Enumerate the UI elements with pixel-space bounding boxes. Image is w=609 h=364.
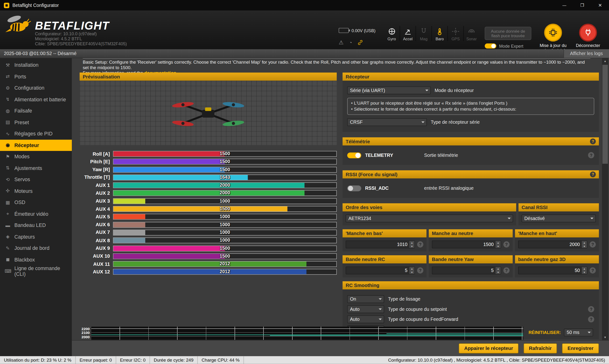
sidebar-item-cli[interactable]: ⌨Ligne de commande (CLI) — [0, 265, 72, 277]
help-icon[interactable] — [590, 267, 596, 273]
channel-meter: 1000 — [113, 214, 337, 220]
help-icon[interactable] — [417, 241, 423, 247]
firmware-update-button[interactable]: Mise à jour du micrologiciel — [536, 24, 570, 53]
sidebar-item-preset[interactable]: ▤Preset — [0, 117, 72, 128]
channel-bar-fill — [113, 167, 225, 172]
channel-bar-fill — [113, 183, 304, 188]
help-icon[interactable] — [590, 139, 596, 144]
graph-reset-button[interactable]: RÉINITIALISER: — [529, 330, 561, 335]
help-icon[interactable] — [503, 241, 510, 247]
help-icon[interactable] — [588, 316, 594, 322]
show-logs-button[interactable]: Afficher les logs — [563, 49, 609, 58]
sidebar-item-power-battery[interactable]: ↯Alimentation et batterie — [0, 94, 72, 105]
refresh-button[interactable]: Rafraîchir — [524, 343, 557, 353]
refresh-period-select[interactable]: 50 ms — [564, 329, 593, 337]
channel-meter: 2012 — [113, 261, 337, 267]
scroll-up-arrow[interactable] — [602, 58, 608, 64]
sidebar-item-servos[interactable]: ⟲Servos — [0, 174, 72, 185]
scroll-down-arrow[interactable] — [602, 334, 608, 340]
stepper-down[interactable] — [496, 270, 501, 274]
channel-meter: 2000 — [113, 182, 337, 188]
stepper — [496, 241, 501, 248]
rssi-panel: RSSI (Force du signal) RSSI_ADC entrée R… — [343, 170, 599, 198]
sidebar-item-pid-tuning[interactable]: ∿Réglages de PID — [0, 128, 72, 140]
sidebar-item-blackbox[interactable]: ◼Blackbox — [0, 254, 72, 265]
sidebar-item-configuration[interactable]: ⚙Configuration — [0, 82, 72, 94]
battery-block: 0.00V (USB) ⚠ ◔ — [339, 28, 381, 45]
sidebar-item-adjustments[interactable]: ⇅Ajustements — [0, 162, 72, 174]
stepper-down[interactable] — [409, 270, 414, 274]
stepper-up[interactable] — [582, 267, 587, 271]
deadband-rc-header: Bande neutre RC — [343, 255, 427, 263]
flash-data-button[interactable]: Aucune donnée de flash puce trouvée — [485, 27, 531, 40]
stick-high-input[interactable] — [518, 241, 587, 248]
serial-provider-select[interactable]: CRSF — [347, 118, 427, 126]
vertical-scrollbar[interactable] — [602, 58, 608, 340]
stepper-down[interactable] — [582, 244, 587, 248]
rssi-channel-select[interactable]: Désactivé — [522, 215, 596, 222]
stepper-down[interactable] — [496, 244, 501, 248]
sidebar-item-ports[interactable]: ⇄Ports — [0, 71, 72, 82]
disconnect-label: Déconnecter — [571, 43, 605, 48]
sidebar-item-osd[interactable]: ▦OSD — [0, 197, 72, 208]
sidebar-item-logbook[interactable]: ✎Journal de bord — [0, 242, 72, 254]
lifebuoy-icon: ◍ — [5, 108, 11, 114]
help-icon[interactable] — [590, 241, 596, 247]
sidebar-item-receiver[interactable]: ◉Récepteur — [0, 140, 72, 151]
stepper-up[interactable] — [582, 241, 587, 245]
expert-mode-toggle[interactable] — [485, 43, 496, 48]
bind-receiver-button[interactable]: Appairer le récepteur — [459, 343, 518, 353]
sidebar-item-installation[interactable]: ⚒Installation — [0, 59, 72, 71]
channel-meter: 2000 — [113, 190, 337, 196]
sidebar-item-led-strip[interactable]: ▬Bandeau LED — [0, 220, 72, 231]
help-icon[interactable] — [503, 267, 510, 273]
stepper-up[interactable] — [496, 241, 501, 245]
ports-icon: ⇄ — [5, 74, 11, 79]
stepper-down[interactable] — [582, 270, 587, 274]
stepper — [582, 267, 587, 274]
telemetry-panel-header: Télémétrie — [343, 137, 599, 145]
model-preview[interactable] — [80, 81, 337, 145]
stepper-up[interactable] — [496, 267, 501, 271]
close-button[interactable] — [591, 0, 609, 11]
stepper-up[interactable] — [409, 241, 414, 245]
help-icon[interactable] — [417, 267, 423, 273]
sensors-icon: ◈ — [5, 234, 11, 240]
stick-low-input[interactable] — [346, 241, 415, 248]
deadband-rc-input[interactable] — [346, 267, 415, 274]
smoothing-type-select[interactable]: On — [347, 295, 384, 303]
rssi-adc-toggle[interactable] — [347, 185, 361, 191]
status-bar: Utilisation du port: D: 23 % U: 2 % Erre… — [0, 356, 609, 364]
setpoint-cutoff-select[interactable]: Auto — [347, 305, 384, 313]
channel-row-aux10: AUX 101500 — [80, 253, 337, 259]
sidebar-item-sensors[interactable]: ◈Capteurs — [0, 231, 72, 242]
sidebar-item-failsafe[interactable]: ◍Failsafe — [0, 105, 72, 117]
channel-row-aux6: AUX 61000 — [80, 222, 337, 227]
stepper-down[interactable] — [409, 244, 414, 248]
sensor-mag: Mag — [415, 26, 431, 41]
help-icon[interactable] — [590, 171, 596, 177]
deadband-rc-panel: Bande neutre RC — [343, 255, 427, 277]
help-icon[interactable] — [588, 306, 594, 312]
sidebar-item-modes[interactable]: ⚑Modes — [0, 151, 72, 162]
disconnect-button[interactable]: Déconnecter — [571, 24, 605, 48]
deadband-yaw-input[interactable] — [432, 267, 501, 274]
stick-center-input[interactable] — [432, 241, 501, 248]
channel-row-throttle: Throttle [T]1643 — [80, 174, 337, 180]
feedforward-cutoff-select[interactable]: Auto — [347, 315, 384, 323]
stepper-up[interactable] — [409, 267, 414, 271]
maximize-button[interactable] — [573, 0, 591, 11]
channel-map-header: Ordre des voies — [343, 203, 516, 211]
receiver-mode-select[interactable]: Série (via UART) — [347, 87, 431, 94]
scrollbar-thumb[interactable] — [602, 65, 608, 164]
sidebar-item-video-transmitter[interactable]: ⌖Émetteur vidéo — [0, 208, 72, 220]
receiver-panel: Récepteur Série (via UART) Mode du récep… — [343, 72, 599, 132]
sidebar-item-motors[interactable]: ✣Moteurs — [0, 185, 72, 197]
telemetry-toggle[interactable] — [347, 152, 361, 158]
deadband-3d-input[interactable] — [518, 267, 587, 274]
minimize-button[interactable] — [555, 0, 573, 11]
save-button[interactable]: Enregistrer — [562, 343, 599, 353]
configurator-version: Configurateur: 10.10.0 (c97deaf) — [35, 31, 127, 37]
help-icon[interactable] — [588, 152, 594, 158]
channel-map-select[interactable]: AETR1234 — [346, 215, 513, 222]
